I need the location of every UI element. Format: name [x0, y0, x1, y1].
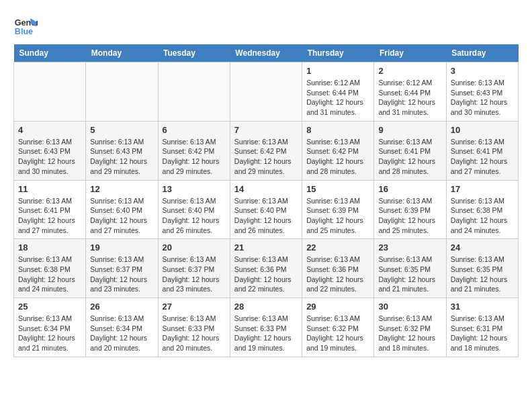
day-number: 15 [306, 184, 369, 194]
weekday-header-thursday: Thursday [302, 44, 374, 62]
calendar-cell: 24Sunrise: 6:13 AM Sunset: 6:35 PM Dayli… [446, 239, 518, 298]
day-number: 3 [451, 66, 514, 76]
day-info: Sunrise: 6:13 AM Sunset: 6:43 PM Dayligh… [90, 137, 153, 177]
day-info: Sunrise: 6:13 AM Sunset: 6:39 PM Dayligh… [378, 196, 441, 236]
day-number: 18 [18, 242, 81, 253]
calendar-table: SundayMondayTuesdayWednesdayThursdayFrid… [13, 44, 519, 357]
svg-text:Blue: Blue [15, 27, 33, 36]
calendar-week-4: 18Sunrise: 6:13 AM Sunset: 6:38 PM Dayli… [14, 239, 519, 298]
calendar-cell: 15Sunrise: 6:13 AM Sunset: 6:39 PM Dayli… [302, 180, 374, 239]
day-number: 25 [18, 302, 81, 312]
calendar-cell: 7Sunrise: 6:13 AM Sunset: 6:42 PM Daylig… [230, 121, 302, 180]
calendar-cell: 8Sunrise: 6:13 AM Sunset: 6:42 PM Daylig… [302, 121, 374, 180]
day-info: Sunrise: 6:13 AM Sunset: 6:32 PM Dayligh… [378, 314, 441, 353]
calendar-cell [230, 62, 302, 122]
day-number: 22 [306, 242, 369, 253]
day-info: Sunrise: 6:13 AM Sunset: 6:36 PM Dayligh… [234, 255, 298, 294]
weekday-header-tuesday: Tuesday [158, 44, 230, 62]
day-number: 27 [163, 302, 226, 312]
day-number: 19 [90, 242, 153, 253]
day-info: Sunrise: 6:13 AM Sunset: 6:32 PM Dayligh… [306, 314, 369, 353]
logo-icon: General Blue [13, 13, 38, 38]
day-info: Sunrise: 6:13 AM Sunset: 6:40 PM Dayligh… [163, 196, 226, 236]
weekday-header-saturday: Saturday [446, 44, 518, 62]
day-info: Sunrise: 6:13 AM Sunset: 6:43 PM Dayligh… [18, 137, 81, 177]
day-number: 8 [306, 125, 369, 135]
calendar-cell: 5Sunrise: 6:13 AM Sunset: 6:43 PM Daylig… [86, 121, 158, 180]
calendar-cell: 26Sunrise: 6:13 AM Sunset: 6:34 PM Dayli… [86, 298, 158, 357]
weekday-header-wednesday: Wednesday [230, 44, 302, 62]
day-info: Sunrise: 6:13 AM Sunset: 6:42 PM Dayligh… [306, 137, 369, 177]
day-info: Sunrise: 6:13 AM Sunset: 6:34 PM Dayligh… [18, 314, 81, 353]
day-number: 14 [234, 184, 298, 194]
calendar-cell: 17Sunrise: 6:13 AM Sunset: 6:38 PM Dayli… [446, 180, 518, 239]
calendar-cell: 3Sunrise: 6:13 AM Sunset: 6:43 PM Daylig… [446, 62, 518, 122]
header: General Blue [13, 13, 519, 38]
calendar-cell: 1Sunrise: 6:12 AM Sunset: 6:44 PM Daylig… [302, 62, 374, 122]
calendar-cell: 9Sunrise: 6:13 AM Sunset: 6:41 PM Daylig… [374, 121, 446, 180]
day-number: 7 [234, 125, 298, 135]
day-info: Sunrise: 6:13 AM Sunset: 6:40 PM Dayligh… [90, 196, 153, 236]
calendar-cell: 21Sunrise: 6:13 AM Sunset: 6:36 PM Dayli… [230, 239, 302, 298]
calendar-cell: 11Sunrise: 6:13 AM Sunset: 6:41 PM Dayli… [14, 180, 86, 239]
day-info: Sunrise: 6:13 AM Sunset: 6:37 PM Dayligh… [163, 255, 226, 294]
calendar-cell: 19Sunrise: 6:13 AM Sunset: 6:37 PM Dayli… [86, 239, 158, 298]
calendar-cell: 23Sunrise: 6:13 AM Sunset: 6:35 PM Dayli… [374, 239, 446, 298]
day-info: Sunrise: 6:13 AM Sunset: 6:34 PM Dayligh… [90, 314, 153, 353]
day-info: Sunrise: 6:13 AM Sunset: 6:40 PM Dayligh… [234, 196, 298, 236]
day-number: 24 [451, 242, 514, 253]
day-info: Sunrise: 6:12 AM Sunset: 6:44 PM Dayligh… [306, 78, 369, 118]
day-info: Sunrise: 6:13 AM Sunset: 6:36 PM Dayligh… [306, 255, 369, 294]
calendar-cell: 18Sunrise: 6:13 AM Sunset: 6:38 PM Dayli… [14, 239, 86, 298]
day-number: 10 [451, 125, 514, 135]
day-info: Sunrise: 6:13 AM Sunset: 6:43 PM Dayligh… [451, 78, 514, 118]
calendar-cell: 12Sunrise: 6:13 AM Sunset: 6:40 PM Dayli… [86, 180, 158, 239]
day-number: 29 [306, 302, 369, 312]
day-number: 20 [163, 242, 226, 253]
calendar-week-3: 11Sunrise: 6:13 AM Sunset: 6:41 PM Dayli… [14, 180, 519, 239]
day-info: Sunrise: 6:13 AM Sunset: 6:41 PM Dayligh… [378, 137, 441, 177]
day-number: 31 [451, 302, 514, 312]
day-info: Sunrise: 6:13 AM Sunset: 6:39 PM Dayligh… [306, 196, 369, 236]
day-number: 21 [234, 242, 298, 253]
calendar-week-1: 1Sunrise: 6:12 AM Sunset: 6:44 PM Daylig… [14, 62, 519, 122]
calendar-cell: 14Sunrise: 6:13 AM Sunset: 6:40 PM Dayli… [230, 180, 302, 239]
calendar-cell [14, 62, 86, 122]
calendar-cell: 27Sunrise: 6:13 AM Sunset: 6:33 PM Dayli… [158, 298, 230, 357]
weekday-header-sunday: Sunday [14, 44, 86, 62]
calendar-cell [86, 62, 158, 122]
day-info: Sunrise: 6:13 AM Sunset: 6:38 PM Dayligh… [451, 196, 514, 236]
weekday-header-monday: Monday [86, 44, 158, 62]
calendar-cell: 25Sunrise: 6:13 AM Sunset: 6:34 PM Dayli… [14, 298, 86, 357]
day-number: 12 [90, 184, 153, 194]
day-number: 2 [378, 66, 441, 76]
day-info: Sunrise: 6:13 AM Sunset: 6:33 PM Dayligh… [234, 314, 298, 353]
calendar-cell: 29Sunrise: 6:13 AM Sunset: 6:32 PM Dayli… [302, 298, 374, 357]
calendar-week-2: 4Sunrise: 6:13 AM Sunset: 6:43 PM Daylig… [14, 121, 519, 180]
day-info: Sunrise: 6:13 AM Sunset: 6:33 PM Dayligh… [163, 314, 226, 353]
day-number: 23 [378, 242, 441, 253]
day-number: 11 [18, 184, 81, 194]
calendar-cell: 16Sunrise: 6:13 AM Sunset: 6:39 PM Dayli… [374, 180, 446, 239]
logo: General Blue [13, 13, 40, 38]
day-info: Sunrise: 6:13 AM Sunset: 6:41 PM Dayligh… [18, 196, 81, 236]
day-info: Sunrise: 6:13 AM Sunset: 6:31 PM Dayligh… [451, 314, 514, 353]
calendar-cell: 31Sunrise: 6:13 AM Sunset: 6:31 PM Dayli… [446, 298, 518, 357]
day-number: 17 [451, 184, 514, 194]
day-number: 6 [163, 125, 226, 135]
day-number: 4 [18, 125, 81, 135]
calendar-cell: 6Sunrise: 6:13 AM Sunset: 6:42 PM Daylig… [158, 121, 230, 180]
calendar-cell: 13Sunrise: 6:13 AM Sunset: 6:40 PM Dayli… [158, 180, 230, 239]
day-info: Sunrise: 6:13 AM Sunset: 6:35 PM Dayligh… [451, 255, 514, 294]
calendar-week-5: 25Sunrise: 6:13 AM Sunset: 6:34 PM Dayli… [14, 298, 519, 357]
calendar-cell [158, 62, 230, 122]
day-info: Sunrise: 6:13 AM Sunset: 6:35 PM Dayligh… [378, 255, 441, 294]
day-info: Sunrise: 6:13 AM Sunset: 6:38 PM Dayligh… [18, 255, 81, 294]
calendar-cell: 2Sunrise: 6:12 AM Sunset: 6:44 PM Daylig… [374, 62, 446, 122]
calendar-cell: 22Sunrise: 6:13 AM Sunset: 6:36 PM Dayli… [302, 239, 374, 298]
day-number: 13 [163, 184, 226, 194]
day-number: 30 [378, 302, 441, 312]
day-number: 5 [90, 125, 153, 135]
day-number: 16 [378, 184, 441, 194]
calendar-cell: 4Sunrise: 6:13 AM Sunset: 6:43 PM Daylig… [14, 121, 86, 180]
